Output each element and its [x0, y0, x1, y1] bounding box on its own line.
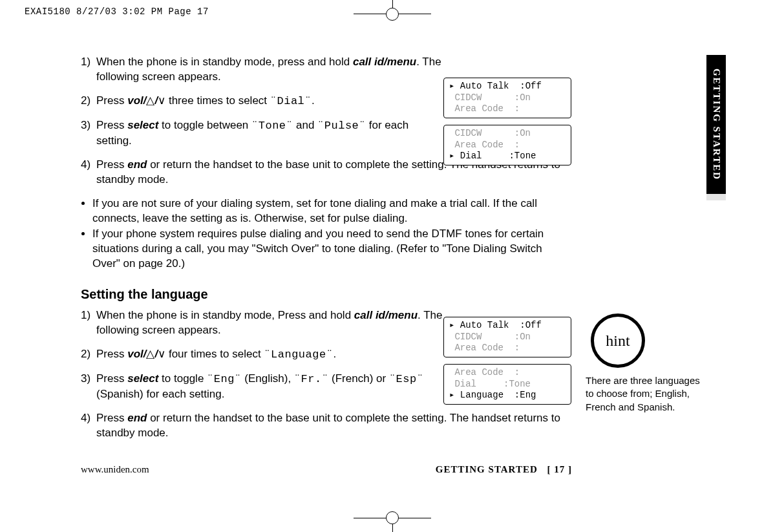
key-name: select [127, 119, 158, 131]
lcd-line: Auto Talk :Off [454, 320, 541, 330]
step-number: 3) [81, 118, 96, 149]
key-name: vol/ [127, 94, 146, 107]
hint-icon: hint [591, 314, 645, 368]
lcd-line: Dial :Tone [454, 151, 536, 161]
lang-step-3: 3) Press select to toggle ¨Eng¨ (English… [81, 372, 443, 402]
step-text: Press [96, 94, 127, 107]
dial-step-3: 3) Press select to toggle between ¨Tone¨… [81, 118, 443, 149]
lcd-line: Auto Talk :Off [454, 81, 541, 91]
lang-step-4: 4) Press end or return the handset to th… [81, 411, 572, 441]
step-text: (Spanish) for each setting. [96, 388, 224, 400]
side-tab-spacer [706, 194, 726, 200]
step-text: three times to select [165, 94, 270, 107]
lcd-line: CIDCW :On [449, 128, 531, 138]
step-text: to toggle between [158, 119, 251, 131]
up-arrow-icon: △ [146, 94, 154, 109]
step-number: 1) [81, 308, 96, 338]
dial-notes: If you are not sure of your dialing syst… [81, 197, 572, 272]
lcd-value: ¨Dial¨ [270, 95, 312, 107]
step-text: . [312, 94, 315, 107]
lcd-value: ¨Eng¨ [207, 373, 242, 385]
step-text: (French) or [328, 372, 389, 385]
lcd-line: Language :Eng [454, 390, 536, 400]
dial-step-1: 1) When the phone is in standby mode, pr… [81, 55, 443, 85]
lcd-screen-lang-2: Area Code : Dial :Tone ▸ Language :Eng [443, 364, 571, 405]
lcd-screen-lang-1: ▸ Auto Talk :Off CIDCW :On Area Code : [443, 317, 571, 357]
lcd-line: Area Code : [449, 343, 520, 353]
step-text: When the phone is in standby mode, press… [96, 56, 353, 68]
lcd-value: ¨Pulse¨ [317, 120, 366, 132]
lcd-value: ¨Fr.¨ [294, 373, 329, 385]
lcd-screen-dial-1: ▸ Auto Talk :Off CIDCW :On Area Code : [443, 78, 571, 118]
up-arrow-icon: △ [146, 347, 154, 362]
lcd-line: CIDCW :On [449, 92, 531, 103]
lcd-line: Area Code : [449, 140, 520, 150]
lcd-line: CIDCW :On [449, 332, 531, 342]
down-arrow-icon: ∨ [158, 347, 165, 362]
crop-mark-bottom [354, 513, 431, 532]
lcd-value: ¨Language¨ [264, 348, 333, 361]
list-item: If you are not sure of your dialing syst… [92, 197, 572, 226]
dial-step-2: 2) Press vol/△/∨ three times to select ¨… [81, 94, 443, 109]
step-text: Press [96, 372, 127, 385]
step-text: or return the handset to the base unit t… [96, 412, 560, 439]
step-number: 3) [81, 372, 96, 402]
lcd-value: ¨Esp¨ [389, 373, 424, 385]
crop-mark-top [354, 0, 431, 19]
lang-step-2: 2) Press vol/△/∨ four times to select ¨L… [81, 347, 443, 363]
lang-step-1: 1) When the phone is in standby mode, Pr… [81, 308, 443, 338]
page-number: [ 17 ] [547, 464, 573, 474]
lcd-line: Area Code : [449, 103, 520, 114]
step-number: 2) [81, 347, 96, 363]
hint-callout: hint There are three languages to choose… [586, 314, 702, 414]
list-item: If your phone system requires pulse dial… [92, 227, 572, 271]
step-number: 1) [81, 55, 96, 85]
step-text: and [293, 119, 317, 131]
key-name: select [127, 372, 158, 385]
footer-url: www.uniden.com [81, 464, 149, 475]
lcd-value: ¨Tone¨ [251, 120, 293, 132]
side-tab-section: GETTING STARTED [706, 55, 726, 194]
step-text: When the phone is in standby mode, Press… [96, 309, 354, 321]
step-text: (English), [242, 372, 294, 385]
key-name: end [127, 158, 147, 171]
step-text: Press [96, 412, 127, 424]
lcd-screen-dial-2: CIDCW :On Area Code : ▸ Dial :Tone [443, 125, 571, 165]
step-number: 4) [81, 411, 96, 441]
key-name: call id/menu [354, 309, 418, 321]
step-text: Press [96, 348, 127, 360]
step-number: 2) [81, 94, 96, 109]
lcd-line: Area Code : [449, 367, 520, 378]
key-name: vol/ [127, 348, 146, 360]
step-text: Press [96, 158, 127, 171]
print-header: EXAI5180 8/27/03 3:02 PM Page 17 [25, 6, 209, 17]
step-text: four times to select [165, 348, 264, 360]
step-number: 4) [81, 158, 96, 187]
step-text: . [333, 348, 336, 360]
page-footer: www.uniden.com GETTING STARTED [ 17 ] [81, 464, 572, 475]
step-text: Press [96, 119, 127, 131]
key-name: end [127, 412, 147, 424]
footer-section: GETTING STARTED [436, 464, 538, 474]
lcd-line: Dial :Tone [449, 379, 531, 389]
step-text: to toggle [158, 372, 207, 385]
key-name: call id/menu [353, 56, 416, 68]
section-heading-language: Setting the language [81, 286, 572, 303]
hint-text: There are three languages to choose from… [586, 374, 702, 414]
down-arrow-icon: ∨ [158, 94, 165, 109]
